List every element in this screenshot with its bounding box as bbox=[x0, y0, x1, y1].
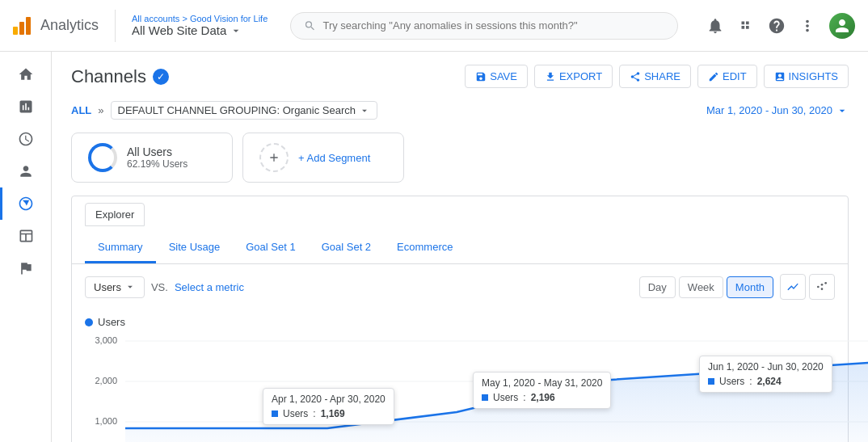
tab-goal-set-1[interactable]: Goal Set 1 bbox=[233, 233, 308, 263]
more-icon-button[interactable] bbox=[798, 17, 816, 35]
sidebar-item-reports[interactable] bbox=[0, 91, 51, 123]
avatar-icon bbox=[832, 16, 852, 36]
search-bar[interactable] bbox=[290, 12, 678, 40]
vs-label: VS. bbox=[151, 281, 168, 293]
add-segment-label: + Add Segment bbox=[298, 152, 370, 164]
flag-icon bbox=[18, 260, 34, 276]
segment-card-add[interactable]: + Add Segment bbox=[242, 133, 404, 183]
clock-icon bbox=[18, 131, 34, 147]
sidebar-item-user[interactable] bbox=[0, 155, 51, 187]
tab-goal-set-2[interactable]: Goal Set 2 bbox=[309, 233, 384, 263]
sidebar-item-flag[interactable] bbox=[0, 252, 51, 284]
more-icon bbox=[798, 17, 816, 35]
svg-point-1 bbox=[821, 284, 824, 286]
channels-header: Channels ✓ SAVE EXPORT SHARE ED bbox=[71, 65, 849, 88]
filter-dropdown[interactable]: DEFAULT CHANNEL GROUPING: Organic Search bbox=[111, 101, 378, 120]
filter-dropdown-icon bbox=[359, 105, 370, 116]
account-breadcrumb-text[interactable]: All accounts > Good Vision for Life bbox=[132, 14, 268, 23]
avatar[interactable] bbox=[829, 13, 855, 39]
sub-tabs: Summary Site Usage Goal Set 1 Goal Set 2… bbox=[72, 233, 848, 264]
logo: Analytics bbox=[13, 17, 99, 35]
export-label: EXPORT bbox=[559, 70, 602, 82]
sidebar-item-home[interactable] bbox=[0, 58, 51, 91]
date-range-text: Mar 1, 2020 - Jun 30, 2020 bbox=[706, 104, 832, 116]
save-button[interactable]: SAVE bbox=[465, 65, 528, 88]
segment-ring bbox=[88, 143, 117, 172]
segments: All Users 62.19% Users + Add Segment bbox=[71, 133, 849, 183]
segment-card-all-users: All Users 62.19% Users bbox=[71, 133, 233, 183]
svg-text:2,000: 2,000 bbox=[95, 376, 117, 385]
line-chart-icon bbox=[786, 280, 799, 293]
property-selector[interactable]: All Web Site Data bbox=[132, 23, 268, 37]
export-button[interactable]: EXPORT bbox=[534, 65, 613, 88]
tab-summary[interactable]: Summary bbox=[85, 233, 156, 263]
logo-bar2 bbox=[19, 22, 24, 35]
property-name: All Web Site Data bbox=[132, 23, 226, 37]
legend-label: Users bbox=[98, 316, 125, 328]
sidebar-item-table[interactable] bbox=[0, 220, 51, 252]
search-input[interactable] bbox=[322, 19, 664, 32]
help-icon-button[interactable] bbox=[768, 17, 786, 35]
search-icon bbox=[304, 19, 316, 32]
select-metric[interactable]: Select a metric bbox=[175, 281, 244, 293]
filter-all[interactable]: ALL bbox=[71, 104, 91, 116]
svg-point-3 bbox=[821, 288, 824, 290]
time-buttons: Day Week Month bbox=[639, 276, 773, 298]
app-title: Analytics bbox=[40, 17, 99, 34]
metric-selector: Users VS. Select a metric bbox=[85, 276, 244, 298]
share-icon bbox=[630, 71, 641, 82]
nav-icons bbox=[706, 13, 855, 39]
segment-empty-ring bbox=[259, 143, 289, 172]
svg-text:1,000: 1,000 bbox=[95, 416, 117, 426]
date-range[interactable]: Mar 1, 2020 - Jun 30, 2020 bbox=[706, 104, 849, 117]
save-label: SAVE bbox=[490, 70, 517, 82]
explore-icon bbox=[18, 196, 34, 212]
channels-title: Channels ✓ bbox=[71, 66, 169, 87]
nav-divider bbox=[115, 10, 116, 42]
dot-chart-button[interactable] bbox=[809, 274, 835, 300]
sidebar bbox=[0, 52, 52, 442]
verified-badge: ✓ bbox=[153, 69, 169, 85]
svg-text:3,000: 3,000 bbox=[95, 335, 117, 345]
week-button[interactable]: Week bbox=[679, 276, 723, 298]
insights-icon bbox=[774, 71, 786, 82]
metric-dropdown[interactable]: Users bbox=[85, 276, 145, 298]
export-icon bbox=[545, 71, 556, 82]
grid-icon bbox=[737, 17, 755, 35]
insights-button[interactable]: INSIGHTS bbox=[764, 65, 849, 88]
segment-percentage: 62.19% Users bbox=[127, 158, 188, 170]
insights-label: INSIGHTS bbox=[789, 70, 838, 82]
month-button[interactable]: Month bbox=[727, 276, 773, 298]
legend-dot bbox=[85, 318, 93, 326]
account-info: All accounts > Good Vision for Life All … bbox=[132, 14, 268, 37]
explorer-tab[interactable]: Explorer bbox=[85, 203, 145, 226]
content: Channels ✓ SAVE EXPORT SHARE ED bbox=[52, 52, 868, 442]
filter-left: ALL » DEFAULT CHANNEL GROUPING: Organic … bbox=[71, 101, 377, 120]
bell-icon-button[interactable] bbox=[706, 17, 724, 35]
sidebar-item-explore[interactable] bbox=[0, 187, 51, 220]
main-layout: Channels ✓ SAVE EXPORT SHARE ED bbox=[0, 52, 868, 442]
chart-controls: Users VS. Select a metric Day Week Month bbox=[72, 264, 848, 309]
date-range-chevron-icon bbox=[836, 104, 849, 117]
line-chart-button[interactable] bbox=[780, 274, 806, 300]
day-button[interactable]: Day bbox=[639, 276, 676, 298]
chevron-down-icon bbox=[230, 24, 242, 37]
channels-title-text: Channels bbox=[71, 66, 146, 87]
tab-ecommerce[interactable]: Ecommerce bbox=[384, 233, 466, 263]
share-button[interactable]: SHARE bbox=[619, 65, 691, 88]
logo-bar1 bbox=[13, 27, 18, 35]
segment-name: All Users bbox=[127, 145, 188, 158]
reports-icon bbox=[18, 99, 34, 115]
tab-site-usage[interactable]: Site Usage bbox=[156, 233, 234, 263]
explorer-tab-header: Explorer bbox=[72, 196, 848, 233]
home-icon bbox=[18, 66, 34, 82]
svg-point-0 bbox=[817, 286, 820, 288]
grid-icon-button[interactable] bbox=[737, 17, 755, 35]
edit-button[interactable]: EDIT bbox=[697, 65, 757, 88]
logo-bar3 bbox=[26, 17, 31, 35]
edit-icon bbox=[708, 71, 719, 82]
sidebar-item-clock[interactable] bbox=[0, 123, 51, 155]
filter-label: DEFAULT CHANNEL GROUPING: Organic Search bbox=[118, 104, 356, 116]
chart-type-buttons bbox=[780, 274, 835, 300]
filter-bar: ALL » DEFAULT CHANNEL GROUPING: Organic … bbox=[71, 101, 849, 120]
